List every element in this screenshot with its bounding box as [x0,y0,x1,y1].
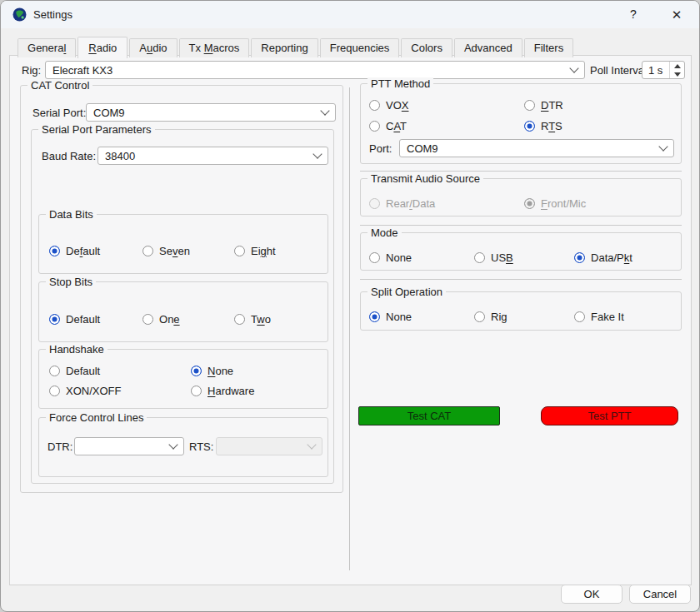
radio-icon [524,100,535,111]
radio-icon [524,121,535,132]
radio-label: Fake It [591,311,624,323]
tab-general[interactable]: General [18,38,76,57]
help-button[interactable]: ? [616,1,651,28]
force-control-lines-group: Force Control Lines DTR: RTS: [38,417,328,477]
data-bits-group: Data Bits Default Seven Eight [38,214,328,274]
tab-colors[interactable]: Colors [401,38,452,57]
radio-handshake-xon-xoff[interactable]: XON/XOFF [49,384,122,397]
tab-audio[interactable]: Audio [129,38,177,57]
radio-icon [49,314,60,325]
radio-label: Default [66,365,100,377]
test-ptt-button[interactable]: Test PTT [541,406,678,425]
radio-ptt-dtr[interactable]: DTR [524,98,563,112]
rig-combo-value: Elecraft KX3 [52,64,112,77]
radio-mode-usb[interactable]: USB [474,251,513,264]
radio-label: Seven [159,245,190,257]
radio-ptt-cat[interactable]: CAT [369,119,407,132]
radio-handshake-default[interactable]: Default [49,364,100,377]
radio-mode-data-pkt[interactable]: Data/Pkt [574,251,632,264]
chevron-down-icon [569,63,578,72]
baud-rate-combo[interactable]: 38400 [98,147,328,165]
split-operation-title: Split Operation [368,286,446,298]
radio-label: Hardware [208,385,254,397]
ok-button[interactable]: OK [561,585,622,604]
handshake-group: Handshake Default None XON/XOFF [38,349,328,409]
tab-frequencies[interactable]: Frequencies [320,38,400,57]
ptt-port-combo[interactable]: COM9 [399,139,674,157]
radio-icon [49,366,60,376]
split-operation-group: Split Operation None Rig Fake It [360,291,682,331]
serial-port-label: Serial Port: [32,107,86,119]
radio-icon [474,252,485,263]
poll-interval-spinner[interactable]: 1 s [642,61,685,79]
poll-interval-label: Poll Interval: [590,64,650,77]
tab-tx-macros[interactable]: Tx Macros [179,38,250,57]
radio-handshake-hardware[interactable]: Hardware [191,384,254,397]
ptt-port-label: Port: [369,142,392,155]
radio-handshake-none[interactable]: None [191,364,233,377]
radio-data-bits-default[interactable]: Default [49,244,100,257]
radio-data-bits-seven[interactable]: Seven [142,244,190,257]
close-button[interactable]: ✕ [659,1,694,28]
ptt-method-title: PTT Method [368,77,433,90]
radio-split-none[interactable]: None [369,310,412,323]
transmit-audio-source-title: Transmit Audio Source [368,172,483,185]
radio-icon [234,314,245,325]
horizontal-divider [360,225,682,226]
spin-up-button[interactable] [670,62,684,70]
radio-label: Rig [491,311,508,323]
radio-ptt-vox[interactable]: VOX [369,98,408,112]
dtr-label: DTR: [48,440,72,453]
radio-split-rig[interactable]: Rig [474,310,508,323]
force-control-lines-title: Force Control Lines [46,411,147,424]
mode-group: Mode None USB Data/Pkt [360,232,682,271]
chevron-down-icon [320,106,329,115]
cancel-button[interactable]: Cancel [629,585,691,604]
radio-mode-none[interactable]: None [369,251,412,264]
tab-bar: General Radio Audio Tx Macros Reporting … [18,37,575,57]
tab-filters[interactable]: Filters [524,38,573,57]
radio-icon [142,314,153,325]
radio-label: VOX [386,99,408,112]
tab-reporting[interactable]: Reporting [251,38,318,57]
radio-icon [574,311,585,322]
chevron-down-icon [168,440,178,449]
tab-radio[interactable]: Radio [78,37,128,58]
serial-port-combo[interactable]: COM9 [86,103,336,122]
radio-icon [49,246,60,256]
radio-stop-bits-one[interactable]: One [142,312,180,326]
radio-data-bits-eight[interactable]: Eight [234,244,276,257]
tab-advanced[interactable]: Advanced [454,38,522,57]
radio-ptt-rts[interactable]: RTS [524,119,562,132]
transmit-audio-source-group: Transmit Audio Source Rear/Data Front/Mi… [360,178,682,216]
spin-down-button[interactable] [670,70,684,78]
data-bits-title: Data Bits [46,208,97,221]
radio-stop-bits-default[interactable]: Default [49,312,100,326]
radio-icon [369,311,380,322]
radio-icon [234,246,245,256]
radio-icon [574,252,585,263]
radio-split-fake-it[interactable]: Fake It [574,310,624,323]
radio-label: CAT [386,120,407,132]
title-bar: Settings ? ✕ [1,1,699,28]
radio-label: Default [66,245,100,257]
radio-tas-rear-data: Rear/Data [369,197,435,210]
dtr-combo[interactable] [74,437,184,455]
stop-bits-group: Stop Bits Default One Two [38,281,328,342]
mode-title: Mode [368,226,402,239]
horizontal-divider [360,171,682,172]
test-cat-button[interactable]: Test CAT [358,406,500,425]
radio-icon [474,311,485,322]
arrow-up-icon [674,64,681,68]
window-title: Settings [33,1,72,28]
radio-label: One [159,313,180,326]
radio-label: Eight [251,245,276,257]
ptt-port-value: COM9 [407,142,438,155]
rig-combo[interactable]: Elecraft KX3 [45,61,585,79]
radio-stop-bits-two[interactable]: Two [234,312,271,326]
handshake-title: Handshake [46,343,108,356]
serial-port-parameters-group: Serial Port Parameters Baud Rate: 38400 … [31,129,334,484]
radio-label: Rear/Data [386,197,435,210]
baud-rate-value: 38400 [105,150,135,162]
radio-icon [369,252,380,263]
